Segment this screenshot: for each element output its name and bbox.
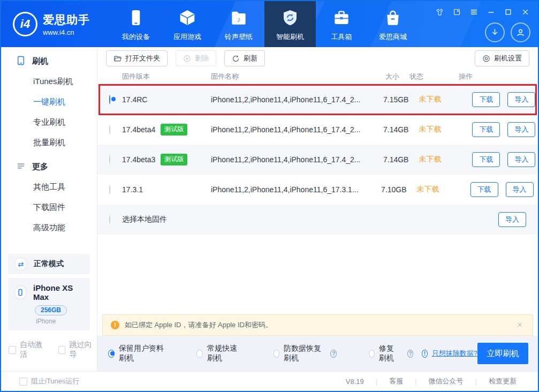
row-action-button[interactable]: 导入 — [507, 152, 535, 167]
nav-tab-label: 应用游戏 — [173, 32, 201, 42]
firmware-version: 选择本地固件 — [122, 215, 167, 224]
nav-tab-label: 工具箱 — [331, 32, 352, 42]
open-folder-button[interactable]: 打开文件夹 — [106, 50, 168, 66]
flash-settings-button[interactable]: 刷机设置 — [475, 50, 529, 66]
firmware-row[interactable]: 17.4beta4测试版iPhone11,2,iPhone11,4,iPhone… — [97, 115, 538, 145]
firmware-name: iPhone11,2,iPhone11,4,iPhone11,6_17.4_2.… — [211, 155, 360, 164]
toolbox-icon — [333, 9, 350, 28]
maximize-icon[interactable] — [504, 8, 512, 16]
nav-tab-6[interactable]: 爱思商城 — [367, 1, 419, 47]
sidebar-group-label: 更多 — [32, 162, 48, 172]
app-window: i4 爱思助手 www.i4.cn 我的设备应用游戏♪铃声壁纸智能刷机工具箱爱思… — [0, 0, 539, 392]
settings-gear-icon — [482, 55, 490, 63]
flash-mode-radio[interactable]: 保留用户资料刷机 — [108, 344, 164, 363]
firmware-row[interactable]: 17.4beta3测试版iPhone11,2,iPhone11,4,iPhone… — [97, 145, 538, 175]
delete-icon — [183, 55, 191, 63]
row-action-button[interactable]: 下载 — [472, 122, 500, 137]
nav-tab-1[interactable]: 我的设备 — [110, 1, 162, 47]
help-icon[interactable]: ? — [330, 350, 336, 358]
firmware-size: 7.10GB — [359, 185, 407, 194]
nav-tab-2[interactable]: 应用游戏 — [162, 1, 213, 47]
warning-icon: ! — [111, 321, 119, 329]
row-radio[interactable] — [109, 155, 110, 164]
nav-tab-3[interactable]: ♪铃声壁纸 — [213, 1, 264, 47]
mode-card[interactable]: ⇄ 正常模式 — [8, 254, 90, 274]
sidebar-group-header[interactable]: 更多 — [1, 153, 97, 177]
flash-phone-icon — [16, 56, 26, 67]
user-circle-icon[interactable] — [511, 22, 530, 42]
radio-icon — [108, 350, 115, 358]
row-action-button[interactable]: 导入 — [507, 92, 535, 107]
phone-icon — [127, 9, 145, 28]
firmware-row[interactable]: 17.4RCiPhone11,2,iPhone11,4,iPhone11,6_1… — [97, 85, 538, 115]
theme-shirt-icon[interactable] — [436, 8, 444, 16]
row-radio[interactable] — [109, 125, 110, 134]
flash-mode-radio[interactable]: 修复刷机?! — [369, 344, 428, 363]
row-radio[interactable] — [109, 185, 110, 194]
block-itunes-checkbox[interactable]: 阻止iTunes运行 — [19, 376, 80, 386]
sidebar-item[interactable]: 一键刷机 — [1, 92, 97, 112]
notice-close-icon[interactable]: × — [517, 320, 525, 330]
sidebar-checkbox[interactable]: 跳过向导 — [58, 340, 97, 359]
sidebar-item[interactable]: 批量刷机 — [1, 132, 97, 153]
empty-area — [97, 235, 538, 314]
row-action-button[interactable]: 下载 — [472, 92, 500, 107]
sidebar-item[interactable]: 下载固件 — [1, 197, 97, 217]
radio-label: 修复刷机 — [379, 344, 399, 363]
info-icon[interactable]: ! — [422, 350, 428, 358]
app-title: 爱思助手 — [43, 12, 90, 27]
sidebar-item[interactable]: 高级功能 — [1, 217, 97, 238]
firmware-list: 17.4RCiPhone11,2,iPhone11,4,iPhone11,6_1… — [97, 85, 538, 235]
flash-now-button[interactable]: 立即刷机 — [477, 343, 528, 364]
col-name: 固件名称 — [211, 72, 351, 81]
minimize-icon[interactable] — [487, 8, 495, 16]
sidebar-group-header[interactable]: 刷机 — [1, 47, 97, 71]
row-action-button[interactable]: 下载 — [470, 182, 498, 197]
footer-link[interactable]: 客服 — [377, 376, 415, 386]
row-action-button[interactable]: 导入 — [507, 122, 535, 137]
download-circle-icon[interactable] — [485, 22, 505, 42]
main-nav: 我的设备应用游戏♪铃声壁纸智能刷机工具箱爱思商城 — [110, 1, 419, 47]
footer-link[interactable]: 微信公众号 — [417, 376, 475, 386]
pin-window-icon[interactable] — [453, 8, 461, 16]
row-action-button[interactable]: 下载 — [472, 152, 500, 167]
more-lines-icon — [16, 161, 26, 172]
normal-mode-icon: ⇄ — [14, 258, 27, 270]
firmware-row[interactable]: 17.3.1iPhone11,2,iPhone11,4,iPhone11,6_1… — [97, 175, 538, 205]
sidebar-item[interactable]: iTunes刷机 — [1, 71, 97, 92]
beta-badge: 测试版 — [161, 124, 187, 135]
flash-mode-radio[interactable]: 常规快速刷机 — [196, 344, 241, 363]
app-version: V8.19 — [334, 378, 376, 386]
device-card[interactable]: iPhone XS Max 256GB iPhone — [8, 278, 90, 330]
refresh-button[interactable]: 刷新 — [224, 50, 265, 66]
logo-icon: i4 — [13, 12, 37, 36]
firmware-toolbar: 打开文件夹 删除 刷新 刷机设置 — [97, 47, 538, 69]
row-action-button[interactable]: 导入 — [498, 212, 526, 227]
sidebar-item[interactable]: 其他工具 — [1, 177, 97, 197]
nav-tab-5[interactable]: 工具箱 — [316, 1, 367, 47]
row-action-button[interactable]: 导入 — [506, 182, 534, 197]
apple-id-notice: ! 如已绑定 Apple ID，请准备好 Apple ID和密码。 × — [102, 314, 533, 336]
help-icon[interactable]: ? — [407, 350, 413, 358]
mode-label: 正常模式 — [34, 259, 64, 269]
close-icon[interactable] — [521, 8, 529, 16]
nav-tab-4[interactable]: 智能刷机 — [264, 1, 316, 47]
nav-tab-label: 智能刷机 — [276, 32, 304, 42]
firmware-status: 未下载 — [408, 125, 455, 134]
sidebar-checkbox[interactable]: 自动激活 — [9, 340, 48, 359]
row-radio[interactable] — [109, 215, 110, 224]
menu-icon[interactable] — [470, 8, 478, 16]
erase-data-link[interactable]: 只想抹除数据? — [432, 349, 477, 358]
sidebar-item[interactable]: 专业刷机 — [1, 112, 97, 132]
beta-badge: 测试版 — [161, 154, 187, 165]
checkbox-icon — [9, 346, 16, 354]
firmware-status: 未下载 — [408, 95, 455, 104]
header: i4 爱思助手 www.i4.cn 我的设备应用游戏♪铃声壁纸智能刷机工具箱爱思… — [1, 1, 538, 47]
device-type: iPhone — [36, 318, 83, 325]
footer-link[interactable]: 检查更新 — [477, 376, 528, 386]
flash-mode-radio[interactable]: 防数据恢复刷机? — [274, 344, 337, 363]
firmware-row[interactable]: 选择本地固件导入 — [97, 205, 538, 235]
row-radio[interactable] — [109, 95, 110, 104]
nav-tab-label: 我的设备 — [122, 32, 150, 42]
app-logo: i4 爱思助手 www.i4.cn — [1, 1, 103, 47]
